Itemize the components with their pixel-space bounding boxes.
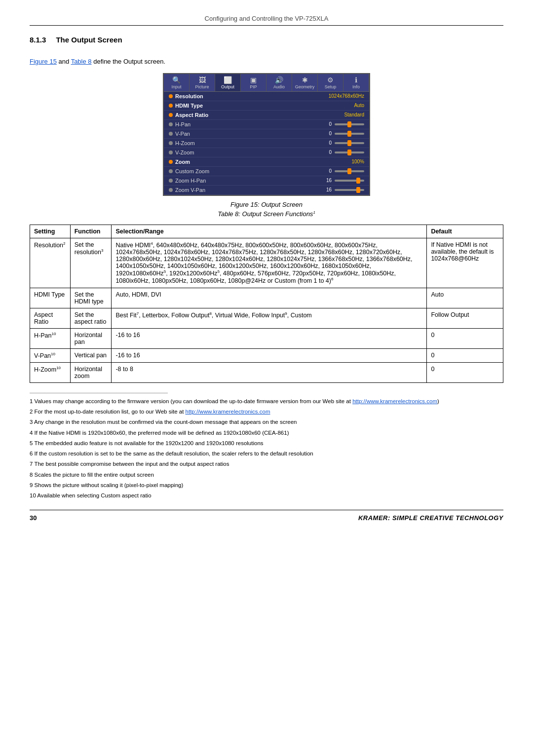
zoom-hpan-slider[interactable] xyxy=(335,180,364,182)
hzoom-label: H-Zoom xyxy=(175,140,195,146)
selection-vpan: -16 to 16 xyxy=(112,348,427,362)
col-default: Default xyxy=(427,225,503,238)
table-row: H-Zoom10 Horizontal zoom -8 to 8 0 xyxy=(30,362,503,382)
zoom-vpan-num: 16 xyxy=(324,187,332,192)
footnote-10: 10 Available when selecting Custom aspec… xyxy=(30,491,503,500)
osd-row-zoom-vpan[interactable]: Zoom V-Pan 16 xyxy=(164,186,369,195)
osd-tabs: 🔍 Input 🖼 Picture ⬜ Output ▣ PIP 🔊 Audio… xyxy=(164,74,369,92)
table-row: V-Pan10 Vertical pan -16 to 16 0 xyxy=(30,348,503,362)
footnote-5: 5 The embedded audio feature is not avai… xyxy=(30,439,503,448)
hzoom-slider[interactable] xyxy=(335,142,364,144)
page-header-title: Configuring and Controlling the VP-725XL… xyxy=(205,15,329,22)
custom-zoom-num: 0 xyxy=(324,168,332,174)
osd-row-resolution[interactable]: Resolution 1024x768x60Hz xyxy=(164,92,369,101)
osd-row-vzoom[interactable]: V-Zoom 0 xyxy=(164,148,369,157)
osd-row-hdmi-type[interactable]: HDMI Type Auto xyxy=(164,101,369,111)
selection-hdmi-type: Auto, HDMI, DVI xyxy=(112,288,427,308)
aspect-ratio-value: Standard xyxy=(344,112,364,117)
osd-tab-picture[interactable]: 🖼 Picture xyxy=(190,74,215,91)
osd-row-zoom[interactable]: Zoom 100% xyxy=(164,157,369,167)
brand-name: KRAMER: SIMPLE CREATIVE TECHNOLOGY xyxy=(358,514,503,522)
osd-container: 🔍 Input 🖼 Picture ⬜ Output ▣ PIP 🔊 Audio… xyxy=(30,73,503,196)
vpan-slider[interactable] xyxy=(335,133,364,135)
footnote-1: 1 Values may change according to the fir… xyxy=(30,397,503,406)
zoom-vpan-slider[interactable] xyxy=(335,189,364,191)
table8-link[interactable]: Table 8 xyxy=(71,58,92,65)
hpan-label: H-Pan xyxy=(175,121,190,127)
table-row: Resolution2 Set the resolution3 Native H… xyxy=(30,238,503,288)
default-hzoom: 0 xyxy=(427,362,503,382)
footnote-3: 3 Any change in the resolution must be c… xyxy=(30,418,503,426)
osd-row-custom-zoom[interactable]: Custom Zoom 0 xyxy=(164,167,369,176)
hzoom-num: 0 xyxy=(324,140,332,146)
setting-hdmi-type: HDMI Type xyxy=(30,288,71,308)
aspect-ratio-label: Aspect Ratio xyxy=(175,112,208,118)
tab-picture-label: Picture xyxy=(190,84,214,89)
zoom-label: Zoom xyxy=(175,159,190,165)
osd-row-hpan[interactable]: H-Pan 0 xyxy=(164,120,369,129)
osd-tab-info[interactable]: ℹ Info xyxy=(343,74,369,91)
tab-geometry-label: Geometry xyxy=(293,84,316,89)
custom-zoom-slider[interactable] xyxy=(335,170,364,172)
picture-icon: 🖼 xyxy=(190,76,214,84)
setting-resolution: Resolution2 xyxy=(30,238,71,288)
osd-tab-setup[interactable]: ⚙ Setup xyxy=(318,74,343,91)
table-row: HDMI Type Set the HDMI type Auto, HDMI, … xyxy=(30,288,503,308)
custom-zoom-dot xyxy=(169,169,173,173)
footnote-2: 2 For the most up-to-date resolution lis… xyxy=(30,408,503,416)
resolution-dot xyxy=(169,94,173,98)
osd-row-zoom-hpan[interactable]: Zoom H-Pan 16 xyxy=(164,176,369,186)
output-screen-table: Setting Function Selection/Range Default… xyxy=(30,225,503,383)
input-icon: 🔍 xyxy=(165,76,188,84)
table-row: Aspect Ratio Set the aspect ratio Best F… xyxy=(30,308,503,328)
osd-tab-output[interactable]: ⬜ Output xyxy=(215,74,241,91)
footnote-8: 8 Scales the picture to fill the entire … xyxy=(30,471,503,479)
tab-setup-label: Setup xyxy=(319,84,342,89)
intro-paragraph: Figure 15 and Table 8 define the Output … xyxy=(30,58,503,65)
footnote-4: 4 If the Native HDMI is 1920x1080x60, th… xyxy=(30,429,503,437)
selection-resolution: Native HDMI4, 640x480x60Hz, 640x480x75Hz… xyxy=(112,238,427,288)
section-title: The Output Screen xyxy=(56,36,122,44)
audio-icon: 🔊 xyxy=(267,76,291,84)
footnote-7: 7 The best possible compromise between t… xyxy=(30,460,503,468)
zoom-hpan-num: 16 xyxy=(324,178,332,183)
link-kramer-2[interactable]: http://www.kramerelectronics.com xyxy=(186,409,270,415)
zoom-value: 100% xyxy=(351,159,364,164)
hdmi-type-value: Auto xyxy=(354,103,364,108)
osd-tab-audio[interactable]: 🔊 Audio xyxy=(266,74,292,91)
hpan-slider[interactable] xyxy=(335,123,364,125)
hpan-dot xyxy=(169,122,173,126)
osd-row-vpan[interactable]: V-Pan 0 xyxy=(164,129,369,139)
osd-row-aspect-ratio[interactable]: Aspect Ratio Standard xyxy=(164,111,369,120)
osd-tab-geometry[interactable]: ✱ Geometry xyxy=(292,74,318,91)
function-aspect-ratio: Set the aspect ratio xyxy=(70,308,112,328)
figure-caption: Figure 15: Output Screen xyxy=(30,201,503,208)
function-hpan: Horizontal pan xyxy=(70,328,112,348)
figure15-link[interactable]: Figure 15 xyxy=(30,58,57,65)
tab-input-label: Input xyxy=(165,84,188,89)
pip-icon: ▣ xyxy=(242,76,265,84)
vzoom-slider[interactable] xyxy=(335,151,364,153)
function-hzoom: Horizontal zoom xyxy=(70,362,112,382)
function-hdmi-type: Set the HDMI type xyxy=(70,288,112,308)
setting-vpan: V-Pan10 xyxy=(30,348,71,362)
info-icon: ℹ xyxy=(344,76,368,84)
zoom-hpan-dot xyxy=(169,179,173,183)
setup-icon: ⚙ xyxy=(319,76,342,84)
hdmi-type-dot xyxy=(169,104,173,108)
resolution-label: Resolution xyxy=(175,93,203,99)
default-resolution: If Native HDMI is not available, the def… xyxy=(427,238,503,288)
default-vpan: 0 xyxy=(427,348,503,362)
zoom-hpan-label: Zoom H-Pan xyxy=(175,178,206,184)
page-footer: 30 KRAMER: SIMPLE CREATIVE TECHNOLOGY xyxy=(30,510,503,522)
hzoom-dot xyxy=(169,141,173,145)
tab-audio-label: Audio xyxy=(267,84,291,89)
resolution-value: 1024x768x60Hz xyxy=(329,93,364,99)
osd-tab-input[interactable]: 🔍 Input xyxy=(164,74,190,91)
osd-tab-pip[interactable]: ▣ PIP xyxy=(241,74,266,91)
output-icon: ⬜ xyxy=(216,76,239,84)
page-header: Configuring and Controlling the VP-725XL… xyxy=(30,15,503,26)
aspect-ratio-dot xyxy=(169,113,173,117)
link-kramer-1[interactable]: http://www.kramerelectronics.com xyxy=(352,398,437,404)
osd-row-hzoom[interactable]: H-Zoom 0 xyxy=(164,139,369,148)
